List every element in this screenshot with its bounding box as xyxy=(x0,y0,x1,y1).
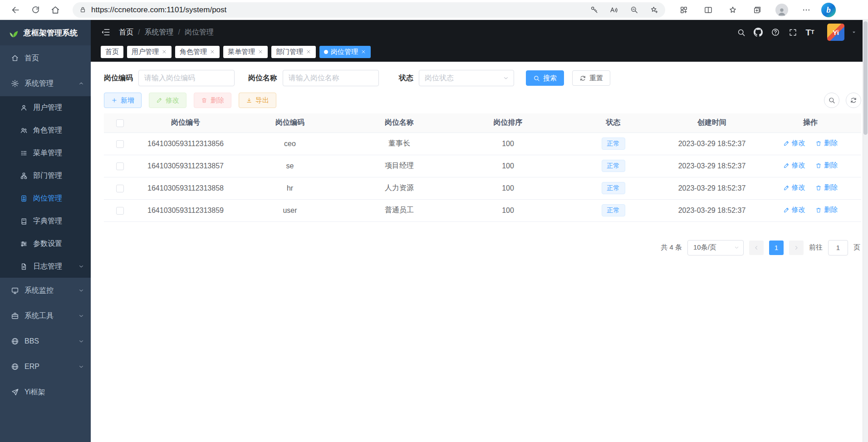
split-screen-button[interactable] xyxy=(701,2,716,18)
sidebar-item-home[interactable]: 首页 xyxy=(0,45,91,71)
row-edit-button[interactable]: 修改 xyxy=(783,183,805,192)
table-tools xyxy=(824,93,861,108)
trash-icon xyxy=(815,185,822,191)
next-page-button[interactable] xyxy=(789,241,804,255)
sidebar-item-dict-management[interactable]: 字典管理 xyxy=(0,210,91,232)
row-checkbox[interactable] xyxy=(116,207,124,215)
row-checkbox[interactable] xyxy=(116,162,124,170)
edit-button[interactable]: 修改 xyxy=(149,93,186,108)
tab-role-management[interactable]: 角色管理 xyxy=(175,46,220,58)
sidebar-item-log-management[interactable]: 日志管理 xyxy=(0,255,91,278)
add-favorite-button[interactable] xyxy=(647,3,661,17)
col-post-sort: 岗位排序 xyxy=(454,113,562,133)
browser-menu-button[interactable] xyxy=(799,2,814,18)
close-icon[interactable] xyxy=(210,49,215,54)
post-code-input[interactable] xyxy=(138,70,235,86)
caret-down-icon xyxy=(851,29,857,35)
star-add-icon xyxy=(650,5,658,14)
breadcrumb-system[interactable]: 系统管理 xyxy=(144,28,173,37)
gear-icon xyxy=(11,79,19,88)
header-search-button[interactable] xyxy=(736,27,746,38)
goto-page-input[interactable] xyxy=(828,240,848,255)
page-scrollbar[interactable] xyxy=(863,20,868,442)
row-checkbox[interactable] xyxy=(116,140,124,148)
home-icon xyxy=(11,54,19,62)
question-icon xyxy=(771,28,780,37)
post-name-input[interactable] xyxy=(283,70,379,86)
tab-user-management[interactable]: 用户管理 xyxy=(127,46,172,58)
close-icon[interactable] xyxy=(162,49,167,54)
add-button[interactable]: 新增 xyxy=(104,93,142,108)
row-edit-button[interactable]: 修改 xyxy=(783,206,805,214)
id-badge-icon xyxy=(20,195,28,202)
zoom-button[interactable] xyxy=(627,3,641,17)
home-icon xyxy=(50,5,60,15)
extensions-button[interactable] xyxy=(676,2,691,18)
fullscreen-button[interactable] xyxy=(787,27,798,38)
sidebar-item-menu-management[interactable]: 菜单管理 xyxy=(0,142,91,164)
sidebar-item-system-monitor[interactable]: 系统监控 xyxy=(0,278,91,303)
breadcrumb-home[interactable]: 首页 xyxy=(119,28,133,37)
prev-page-button[interactable] xyxy=(749,241,764,255)
font-size-button[interactable]: TT xyxy=(804,27,815,38)
help-button[interactable] xyxy=(770,27,781,38)
trash-icon xyxy=(815,140,822,147)
tab-menu-management[interactable]: 菜单管理 xyxy=(223,46,268,58)
close-icon[interactable] xyxy=(306,49,311,54)
back-button[interactable] xyxy=(5,2,25,18)
split-screen-icon xyxy=(704,5,713,15)
home-button[interactable] xyxy=(45,2,65,18)
row-delete-button[interactable]: 删除 xyxy=(815,161,838,170)
sidebar-item-post-management[interactable]: 岗位管理 xyxy=(0,187,91,210)
profile-button[interactable] xyxy=(774,2,790,18)
tab-dept-management[interactable]: 部门管理 xyxy=(271,46,316,58)
search-button[interactable]: 搜索 xyxy=(526,70,564,86)
user-avatar[interactable]: Yi xyxy=(827,24,844,41)
url-text: https://ccnetcore.com:1101/system/post xyxy=(91,5,587,15)
favorites-button[interactable] xyxy=(725,2,740,18)
document-icon xyxy=(20,263,28,270)
scrollbar-thumb[interactable] xyxy=(863,21,868,135)
copilot-bing-button[interactable]: b xyxy=(821,3,836,17)
close-icon[interactable] xyxy=(361,49,366,54)
refresh-button[interactable] xyxy=(25,2,45,18)
collections-button[interactable] xyxy=(750,2,765,18)
row-delete-button[interactable]: 删除 xyxy=(815,183,838,192)
avatar-caret-button[interactable] xyxy=(851,29,857,35)
sidebar-item-user-management[interactable]: 用户管理 xyxy=(0,96,91,119)
sidebar-item-yi-framework[interactable]: Yi框架 xyxy=(0,379,91,405)
edit-icon xyxy=(783,162,790,169)
trash-icon xyxy=(815,207,822,213)
delete-button[interactable]: 删除 xyxy=(194,93,231,108)
tab-post-management[interactable]: 岗位管理 xyxy=(319,46,371,58)
row-edit-button[interactable]: 修改 xyxy=(783,161,805,170)
sidebar-submenu-system: 用户管理 角色管理 菜单管理 部门管理 岗位管理 xyxy=(0,96,91,278)
pagination-total: 共 4 条 xyxy=(661,243,682,252)
select-all-checkbox[interactable] xyxy=(116,119,124,127)
page-number-1[interactable]: 1 xyxy=(769,241,784,255)
tab-home[interactable]: 首页 xyxy=(101,46,123,58)
status-select[interactable]: 岗位状态 xyxy=(419,70,514,86)
password-key-button[interactable] xyxy=(587,3,601,17)
sidebar-toggle-button[interactable] xyxy=(100,26,112,38)
row-delete-button[interactable]: 删除 xyxy=(815,139,838,147)
close-icon[interactable] xyxy=(258,49,263,54)
export-button[interactable]: 导出 xyxy=(239,93,276,108)
row-checkbox[interactable] xyxy=(116,185,124,192)
reset-button[interactable]: 重置 xyxy=(572,70,610,86)
refresh-table-button[interactable] xyxy=(846,93,861,108)
sidebar-item-bbs[interactable]: BBS xyxy=(0,329,91,354)
sidebar-item-dept-management[interactable]: 部门管理 xyxy=(0,164,91,187)
sidebar-item-erp[interactable]: ERP xyxy=(0,354,91,379)
row-edit-button[interactable]: 修改 xyxy=(783,139,805,147)
github-link-button[interactable] xyxy=(753,27,764,38)
address-bar[interactable]: https://ccnetcore.com:1101/system/post xyxy=(73,2,665,18)
page-size-select[interactable]: 10条/页 xyxy=(687,240,744,255)
read-aloud-button[interactable] xyxy=(607,3,621,17)
toggle-search-button[interactable] xyxy=(824,93,839,108)
sidebar-item-system-tools[interactable]: 系统工具 xyxy=(0,303,91,329)
sidebar-item-param-settings[interactable]: 参数设置 xyxy=(0,232,91,255)
sidebar-item-role-management[interactable]: 角色管理 xyxy=(0,119,91,142)
row-delete-button[interactable]: 删除 xyxy=(815,206,838,214)
sidebar-item-system-management[interactable]: 系统管理 xyxy=(0,71,91,96)
